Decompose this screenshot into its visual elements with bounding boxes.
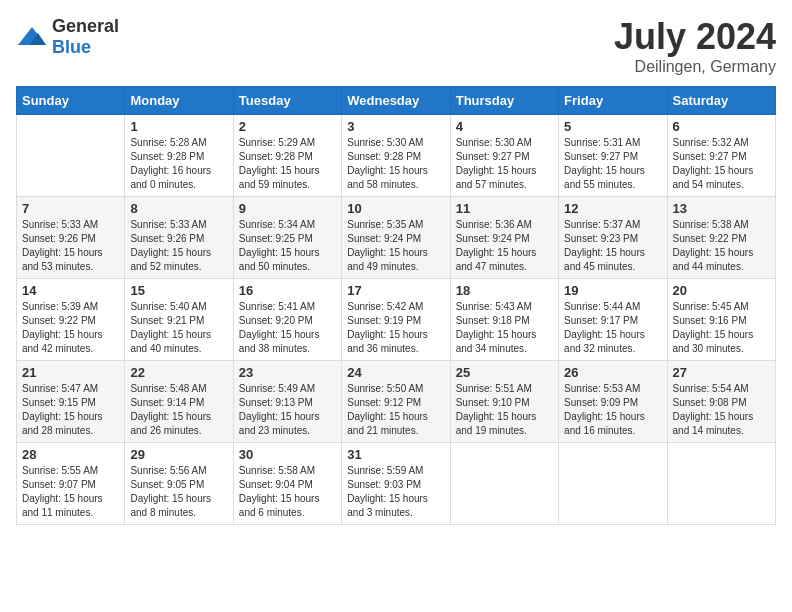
calendar-cell: 1Sunrise: 5:28 AM Sunset: 9:28 PM Daylig… — [125, 115, 233, 197]
cell-info: Sunrise: 5:37 AM Sunset: 9:23 PM Dayligh… — [564, 218, 661, 274]
day-number: 24 — [347, 365, 444, 380]
calendar-cell — [559, 443, 667, 525]
day-number: 9 — [239, 201, 336, 216]
cell-info: Sunrise: 5:44 AM Sunset: 9:17 PM Dayligh… — [564, 300, 661, 356]
logo-icon — [16, 25, 48, 49]
day-number: 8 — [130, 201, 227, 216]
cell-info: Sunrise: 5:34 AM Sunset: 9:25 PM Dayligh… — [239, 218, 336, 274]
calendar-cell: 14Sunrise: 5:39 AM Sunset: 9:22 PM Dayli… — [17, 279, 125, 361]
week-row: 14Sunrise: 5:39 AM Sunset: 9:22 PM Dayli… — [17, 279, 776, 361]
cell-info: Sunrise: 5:38 AM Sunset: 9:22 PM Dayligh… — [673, 218, 770, 274]
cell-info: Sunrise: 5:49 AM Sunset: 9:13 PM Dayligh… — [239, 382, 336, 438]
cell-info: Sunrise: 5:50 AM Sunset: 9:12 PM Dayligh… — [347, 382, 444, 438]
calendar-cell: 13Sunrise: 5:38 AM Sunset: 9:22 PM Dayli… — [667, 197, 775, 279]
calendar-cell: 22Sunrise: 5:48 AM Sunset: 9:14 PM Dayli… — [125, 361, 233, 443]
calendar-cell: 20Sunrise: 5:45 AM Sunset: 9:16 PM Dayli… — [667, 279, 775, 361]
cell-info: Sunrise: 5:59 AM Sunset: 9:03 PM Dayligh… — [347, 464, 444, 520]
page-header: General Blue July 2024 Deilingen, German… — [16, 16, 776, 76]
calendar-cell: 26Sunrise: 5:53 AM Sunset: 9:09 PM Dayli… — [559, 361, 667, 443]
col-header-thursday: Thursday — [450, 87, 558, 115]
cell-info: Sunrise: 5:42 AM Sunset: 9:19 PM Dayligh… — [347, 300, 444, 356]
col-header-tuesday: Tuesday — [233, 87, 341, 115]
calendar-cell: 6Sunrise: 5:32 AM Sunset: 9:27 PM Daylig… — [667, 115, 775, 197]
cell-info: Sunrise: 5:40 AM Sunset: 9:21 PM Dayligh… — [130, 300, 227, 356]
cell-info: Sunrise: 5:51 AM Sunset: 9:10 PM Dayligh… — [456, 382, 553, 438]
cell-info: Sunrise: 5:39 AM Sunset: 9:22 PM Dayligh… — [22, 300, 119, 356]
day-number: 13 — [673, 201, 770, 216]
month-title: July 2024 — [614, 16, 776, 58]
day-number: 20 — [673, 283, 770, 298]
day-number: 11 — [456, 201, 553, 216]
logo-blue: Blue — [52, 37, 91, 57]
calendar-cell: 24Sunrise: 5:50 AM Sunset: 9:12 PM Dayli… — [342, 361, 450, 443]
day-number: 23 — [239, 365, 336, 380]
day-number: 3 — [347, 119, 444, 134]
calendar-cell: 29Sunrise: 5:56 AM Sunset: 9:05 PM Dayli… — [125, 443, 233, 525]
cell-info: Sunrise: 5:53 AM Sunset: 9:09 PM Dayligh… — [564, 382, 661, 438]
calendar-cell: 31Sunrise: 5:59 AM Sunset: 9:03 PM Dayli… — [342, 443, 450, 525]
day-number: 19 — [564, 283, 661, 298]
calendar-cell: 15Sunrise: 5:40 AM Sunset: 9:21 PM Dayli… — [125, 279, 233, 361]
title-block: July 2024 Deilingen, Germany — [614, 16, 776, 76]
calendar-cell: 4Sunrise: 5:30 AM Sunset: 9:27 PM Daylig… — [450, 115, 558, 197]
week-row: 28Sunrise: 5:55 AM Sunset: 9:07 PM Dayli… — [17, 443, 776, 525]
calendar-cell — [450, 443, 558, 525]
cell-info: Sunrise: 5:33 AM Sunset: 9:26 PM Dayligh… — [130, 218, 227, 274]
logo: General Blue — [16, 16, 119, 58]
calendar-cell: 9Sunrise: 5:34 AM Sunset: 9:25 PM Daylig… — [233, 197, 341, 279]
week-row: 21Sunrise: 5:47 AM Sunset: 9:15 PM Dayli… — [17, 361, 776, 443]
header-row: SundayMondayTuesdayWednesdayThursdayFrid… — [17, 87, 776, 115]
calendar-cell — [667, 443, 775, 525]
cell-info: Sunrise: 5:32 AM Sunset: 9:27 PM Dayligh… — [673, 136, 770, 192]
cell-info: Sunrise: 5:28 AM Sunset: 9:28 PM Dayligh… — [130, 136, 227, 192]
calendar-cell: 28Sunrise: 5:55 AM Sunset: 9:07 PM Dayli… — [17, 443, 125, 525]
col-header-saturday: Saturday — [667, 87, 775, 115]
cell-info: Sunrise: 5:31 AM Sunset: 9:27 PM Dayligh… — [564, 136, 661, 192]
day-number: 16 — [239, 283, 336, 298]
col-header-wednesday: Wednesday — [342, 87, 450, 115]
day-number: 14 — [22, 283, 119, 298]
cell-info: Sunrise: 5:29 AM Sunset: 9:28 PM Dayligh… — [239, 136, 336, 192]
calendar-cell: 5Sunrise: 5:31 AM Sunset: 9:27 PM Daylig… — [559, 115, 667, 197]
day-number: 26 — [564, 365, 661, 380]
cell-info: Sunrise: 5:30 AM Sunset: 9:28 PM Dayligh… — [347, 136, 444, 192]
day-number: 6 — [673, 119, 770, 134]
week-row: 7Sunrise: 5:33 AM Sunset: 9:26 PM Daylig… — [17, 197, 776, 279]
col-header-sunday: Sunday — [17, 87, 125, 115]
calendar-cell: 7Sunrise: 5:33 AM Sunset: 9:26 PM Daylig… — [17, 197, 125, 279]
calendar-cell: 19Sunrise: 5:44 AM Sunset: 9:17 PM Dayli… — [559, 279, 667, 361]
calendar-cell — [17, 115, 125, 197]
day-number: 5 — [564, 119, 661, 134]
cell-info: Sunrise: 5:47 AM Sunset: 9:15 PM Dayligh… — [22, 382, 119, 438]
cell-info: Sunrise: 5:58 AM Sunset: 9:04 PM Dayligh… — [239, 464, 336, 520]
day-number: 12 — [564, 201, 661, 216]
cell-info: Sunrise: 5:41 AM Sunset: 9:20 PM Dayligh… — [239, 300, 336, 356]
location-title: Deilingen, Germany — [614, 58, 776, 76]
calendar-cell: 27Sunrise: 5:54 AM Sunset: 9:08 PM Dayli… — [667, 361, 775, 443]
day-number: 4 — [456, 119, 553, 134]
day-number: 27 — [673, 365, 770, 380]
calendar-cell: 8Sunrise: 5:33 AM Sunset: 9:26 PM Daylig… — [125, 197, 233, 279]
day-number: 7 — [22, 201, 119, 216]
cell-info: Sunrise: 5:35 AM Sunset: 9:24 PM Dayligh… — [347, 218, 444, 274]
cell-info: Sunrise: 5:43 AM Sunset: 9:18 PM Dayligh… — [456, 300, 553, 356]
day-number: 28 — [22, 447, 119, 462]
calendar-cell: 18Sunrise: 5:43 AM Sunset: 9:18 PM Dayli… — [450, 279, 558, 361]
calendar-cell: 17Sunrise: 5:42 AM Sunset: 9:19 PM Dayli… — [342, 279, 450, 361]
cell-info: Sunrise: 5:45 AM Sunset: 9:16 PM Dayligh… — [673, 300, 770, 356]
day-number: 29 — [130, 447, 227, 462]
day-number: 22 — [130, 365, 227, 380]
calendar-cell: 23Sunrise: 5:49 AM Sunset: 9:13 PM Dayli… — [233, 361, 341, 443]
calendar-cell: 10Sunrise: 5:35 AM Sunset: 9:24 PM Dayli… — [342, 197, 450, 279]
calendar-body: 1Sunrise: 5:28 AM Sunset: 9:28 PM Daylig… — [17, 115, 776, 525]
day-number: 25 — [456, 365, 553, 380]
cell-info: Sunrise: 5:48 AM Sunset: 9:14 PM Dayligh… — [130, 382, 227, 438]
day-number: 2 — [239, 119, 336, 134]
cell-info: Sunrise: 5:33 AM Sunset: 9:26 PM Dayligh… — [22, 218, 119, 274]
day-number: 21 — [22, 365, 119, 380]
day-number: 1 — [130, 119, 227, 134]
cell-info: Sunrise: 5:54 AM Sunset: 9:08 PM Dayligh… — [673, 382, 770, 438]
day-number: 10 — [347, 201, 444, 216]
calendar-cell: 12Sunrise: 5:37 AM Sunset: 9:23 PM Dayli… — [559, 197, 667, 279]
cell-info: Sunrise: 5:36 AM Sunset: 9:24 PM Dayligh… — [456, 218, 553, 274]
